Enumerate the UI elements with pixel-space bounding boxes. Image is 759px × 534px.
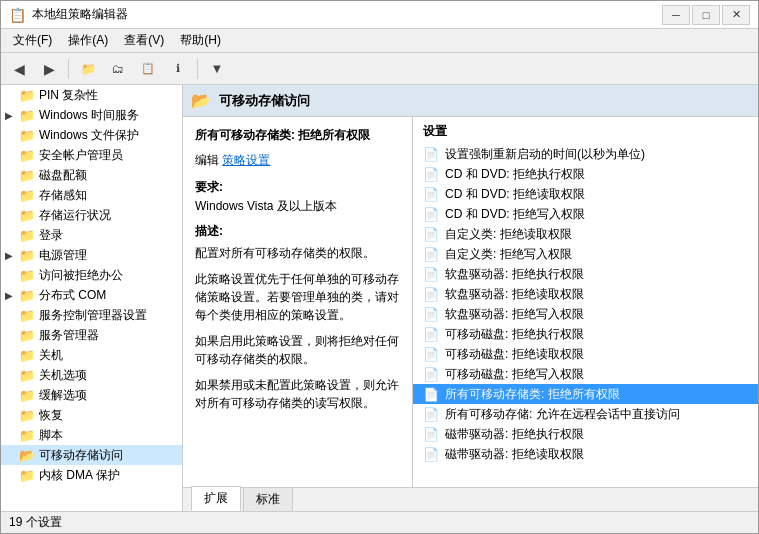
tree-item-win-file[interactable]: 📁 Windows 文件保护 <box>1 125 182 145</box>
folder-icon-script: 📁 <box>19 428 35 442</box>
minimize-button[interactable]: ─ <box>662 5 690 25</box>
close-button[interactable]: ✕ <box>722 5 750 25</box>
tree-item-storage-state[interactable]: 📁 存储运行状况 <box>1 205 182 225</box>
right-content: 所有可移动存储类: 拒绝所有权限 编辑 策略设置 要求: Windows Vis… <box>183 117 758 487</box>
tree-item-restore[interactable]: 📁 恢复 <box>1 405 182 425</box>
list-item-cd-dvd-exec[interactable]: 📄 CD 和 DVD: 拒绝执行权限 <box>413 164 758 184</box>
tree-label-shutdown-opt: 关机选项 <box>39 367 87 384</box>
folder-icon-resolve: 📁 <box>19 388 35 402</box>
tab-standard[interactable]: 标准 <box>243 487 293 511</box>
title-bar-left: 📋 本地组策略编辑器 <box>9 6 128 23</box>
toolbar: ◀ ▶ 📁 🗂 📋 ℹ ▼ <box>1 53 758 85</box>
menu-action[interactable]: 操作(A) <box>60 30 116 51</box>
list-item-custom-read[interactable]: 📄 自定义类: 拒绝读取权限 <box>413 224 758 244</box>
list-item-floppy-exec[interactable]: 📄 软盘驱动器: 拒绝执行权限 <box>413 264 758 284</box>
up-button[interactable]: 📁 <box>74 56 102 82</box>
copy-button[interactable]: 📋 <box>134 56 162 82</box>
list-item-floppy-write[interactable]: 📄 软盘驱动器: 拒绝写入权限 <box>413 304 758 324</box>
folder-icon-account: 📁 <box>19 148 35 162</box>
list-icon-cd-dvd-write: 📄 <box>423 207 439 222</box>
tree-item-account[interactable]: 📁 安全帐户管理员 <box>1 145 182 165</box>
list-text-floppy-read: 软盘驱动器: 拒绝读取权限 <box>445 286 584 303</box>
list-text-mobile-write: 可移动磁盘: 拒绝写入权限 <box>445 366 584 383</box>
tree-label-storage: 存储感知 <box>39 187 87 204</box>
list-icon-floppy-read: 📄 <box>423 287 439 302</box>
tree-item-access-denied[interactable]: 📁 访问被拒绝办公 <box>1 265 182 285</box>
tree-label-login: 登录 <box>39 227 63 244</box>
tree-item-storage[interactable]: 📁 存储感知 <box>1 185 182 205</box>
tree-label-service-mgr: 服务管理器 <box>39 327 99 344</box>
list-icon-cd-dvd-exec: 📄 <box>423 167 439 182</box>
tree-item-service-ctrl[interactable]: 📁 服务控制管理器设置 <box>1 305 182 325</box>
folder-icon-removable: 📂 <box>19 448 35 462</box>
list-item-custom-write[interactable]: 📄 自定义类: 拒绝写入权限 <box>413 244 758 264</box>
menu-bar: 文件(F) 操作(A) 查看(V) 帮助(H) <box>1 29 758 53</box>
tree-item-script[interactable]: 📁 脚本 <box>1 425 182 445</box>
folder-icon-storage-state: 📁 <box>19 208 35 222</box>
menu-help[interactable]: 帮助(H) <box>172 30 229 51</box>
list-item-cd-dvd-write[interactable]: 📄 CD 和 DVD: 拒绝写入权限 <box>413 204 758 224</box>
tree-item-removable[interactable]: 📂 可移动存储访问 <box>1 445 182 465</box>
edit-policy-link[interactable]: 策略设置 <box>222 153 270 167</box>
window-title: 本地组策略编辑器 <box>32 6 128 23</box>
tree-item-resolve[interactable]: 📁 缓解选项 <box>1 385 182 405</box>
tree-item-disk[interactable]: 📁 磁盘配额 <box>1 165 182 185</box>
folder-icon-restore: 📁 <box>19 408 35 422</box>
tree-item-shutdown-opt[interactable]: 📁 关机选项 <box>1 365 182 385</box>
maximize-button[interactable]: □ <box>692 5 720 25</box>
filter-button[interactable]: ▼ <box>203 56 231 82</box>
desc-detail2: 如果启用此策略设置，则将拒绝对任何可移动存储类的权限。 <box>195 332 400 368</box>
tree-item-win-time[interactable]: ▶ 📁 Windows 时间服务 <box>1 105 182 125</box>
menu-file[interactable]: 文件(F) <box>5 30 60 51</box>
list-item-tape-exec[interactable]: 📄 磁带驱动器: 拒绝执行权限 <box>413 424 758 444</box>
tree-item-distributed-com[interactable]: ▶ 📁 分布式 COM <box>1 285 182 305</box>
tab-expand[interactable]: 扩展 <box>191 486 241 511</box>
folder-icon-disk: 📁 <box>19 168 35 182</box>
tree-label-service-ctrl: 服务控制管理器设置 <box>39 307 147 324</box>
tree-label-win-time: Windows 时间服务 <box>39 107 139 124</box>
menu-view[interactable]: 查看(V) <box>116 30 172 51</box>
list-text-tape-read: 磁带驱动器: 拒绝读取权限 <box>445 446 584 463</box>
status-bar: 19 个设置 <box>1 511 758 533</box>
list-icon-mobile-read: 📄 <box>423 347 439 362</box>
tab-bar: 扩展 标准 <box>183 487 758 511</box>
tree-item-pin[interactable]: 📁 PIN 复杂性 <box>1 85 182 105</box>
tree-item-service-mgr[interactable]: 📁 服务管理器 <box>1 325 182 345</box>
show-hide-button[interactable]: 🗂 <box>104 56 132 82</box>
list-item-all-deny[interactable]: 📄 所有可移动存储类: 拒绝所有权限 <box>413 384 758 404</box>
list-item-tape-read[interactable]: 📄 磁带驱动器: 拒绝读取权限 <box>413 444 758 464</box>
list-item-mobile-exec[interactable]: 📄 可移动磁盘: 拒绝执行权限 <box>413 324 758 344</box>
status-text: 19 个设置 <box>9 514 62 531</box>
list-item-mobile-write[interactable]: 📄 可移动磁盘: 拒绝写入权限 <box>413 364 758 384</box>
arrow-win-time: ▶ <box>5 110 19 121</box>
edit-policy-line: 编辑 策略设置 <box>195 152 400 169</box>
list-icon-floppy-exec: 📄 <box>423 267 439 282</box>
tree-label-win-file: Windows 文件保护 <box>39 127 139 144</box>
list-item-set-reboot-time[interactable]: 📄 设置强制重新启动的时间(以秒为单位) <box>413 144 758 164</box>
arrow-power: ▶ <box>5 250 19 261</box>
list-item-cd-dvd-read[interactable]: 📄 CD 和 DVD: 拒绝读取权限 <box>413 184 758 204</box>
list-text-set-reboot-time: 设置强制重新启动的时间(以秒为单位) <box>445 146 645 163</box>
list-text-all-deny: 所有可移动存储类: 拒绝所有权限 <box>445 386 620 403</box>
right-panel: 📂 可移动存储访问 所有可移动存储类: 拒绝所有权限 编辑 策略设置 要求: W… <box>183 85 758 511</box>
title-controls: ─ □ ✕ <box>662 5 750 25</box>
tree-item-machine[interactable]: 📁 关机 <box>1 345 182 365</box>
forward-button[interactable]: ▶ <box>35 56 63 82</box>
back-button[interactable]: ◀ <box>5 56 33 82</box>
list-text-floppy-exec: 软盘驱动器: 拒绝执行权限 <box>445 266 584 283</box>
list-item-all-remote[interactable]: 📄 所有可移动存储: 允许在远程会话中直接访问 <box>413 404 758 424</box>
right-header: 📂 可移动存储访问 <box>183 85 758 117</box>
tree-item-login[interactable]: 📁 登录 <box>1 225 182 245</box>
list-icon-mobile-write: 📄 <box>423 367 439 382</box>
list-icon-mobile-exec: 📄 <box>423 327 439 342</box>
tree-label-distributed-com: 分布式 COM <box>39 287 106 304</box>
tree-label-script: 脚本 <box>39 427 63 444</box>
list-item-floppy-read[interactable]: 📄 软盘驱动器: 拒绝读取权限 <box>413 284 758 304</box>
tree-item-power[interactable]: ▶ 📁 电源管理 <box>1 245 182 265</box>
list-item-mobile-read[interactable]: 📄 可移动磁盘: 拒绝读取权限 <box>413 344 758 364</box>
move-button[interactable]: ℹ <box>164 56 192 82</box>
tree-item-kernel-dma[interactable]: 📁 内核 DMA 保护 <box>1 465 182 485</box>
arrow-distributed-com: ▶ <box>5 290 19 301</box>
list-pane: 设置 📄 设置强制重新启动的时间(以秒为单位) 📄 CD 和 DVD: 拒绝执行… <box>413 117 758 487</box>
folder-icon-power: 📁 <box>19 248 35 262</box>
